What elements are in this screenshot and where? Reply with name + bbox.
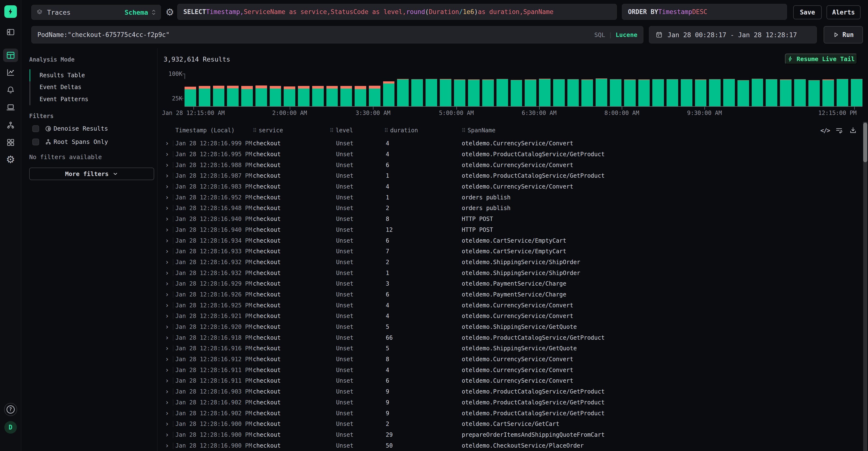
drag-grip-icon[interactable]: ⠿	[384, 128, 388, 134]
table-row[interactable]: ›Jan 28 12:28:16.900 PMcheckoutUnset50ot…	[157, 440, 861, 451]
save-button[interactable]: Save	[793, 5, 822, 19]
histogram-bar[interactable]	[270, 86, 281, 106]
select-clause-editor[interactable]: SELECT Timestamp, ServiceName as service…	[177, 4, 617, 20]
expand-row-chevron-icon[interactable]: ›	[165, 226, 171, 233]
table-row[interactable]: ›Jan 28 12:28:16.999 PMcheckoutUnset4ote…	[157, 138, 861, 149]
table-row[interactable]: ›Jan 28 12:28:16.902 PMcheckoutUnset9ote…	[157, 408, 861, 419]
expand-row-chevron-icon[interactable]: ›	[165, 377, 171, 384]
nav-dashboards-icon[interactable]	[6, 138, 15, 147]
histogram-bar[interactable]	[553, 79, 565, 106]
expand-row-chevron-icon[interactable]: ›	[165, 313, 171, 319]
table-row[interactable]: ›Jan 28 12:28:16.948 PMcheckoutUnset2ord…	[157, 203, 861, 214]
nav-alerts-bell-icon[interactable]	[6, 85, 15, 94]
expand-row-chevron-icon[interactable]: ›	[165, 172, 171, 179]
expand-row-chevron-icon[interactable]: ›	[165, 237, 171, 244]
app-logo[interactable]	[4, 5, 17, 18]
expand-row-chevron-icon[interactable]: ›	[165, 421, 171, 427]
expand-row-chevron-icon[interactable]: ›	[165, 205, 171, 212]
expand-row-chevron-icon[interactable]: ›	[165, 183, 171, 190]
time-range-picker[interactable]: Jan 28 00:28:17 - Jan 28 12:28:17	[649, 26, 817, 44]
histogram-bar[interactable]	[284, 86, 295, 106]
table-row[interactable]: ›Jan 28 12:28:16.940 PMcheckoutUnset12HT…	[157, 225, 861, 235]
histogram-bar[interactable]	[709, 79, 721, 106]
column-header-duration[interactable]: ⠿duration	[384, 127, 462, 134]
histogram-bar[interactable]	[354, 86, 366, 106]
histogram-bar[interactable]	[454, 79, 466, 106]
histogram-bar[interactable]	[610, 79, 621, 106]
histogram-bar[interactable]	[411, 79, 423, 106]
histogram-bar[interactable]	[440, 79, 452, 106]
histogram-bar[interactable]	[624, 79, 636, 106]
table-row[interactable]: ›Jan 28 12:28:16.925 PMcheckoutUnset4ote…	[157, 300, 861, 311]
table-row[interactable]: ›Jan 28 12:28:16.920 PMcheckoutUnset5ote…	[157, 321, 861, 333]
histogram-bar[interactable]	[185, 87, 196, 106]
expand-row-chevron-icon[interactable]: ›	[165, 431, 171, 438]
drag-grip-icon[interactable]: ⠿	[253, 128, 257, 134]
histogram-bar[interactable]	[808, 80, 820, 106]
expand-row-chevron-icon[interactable]: ›	[165, 248, 171, 255]
histogram-bar[interactable]	[666, 79, 678, 106]
column-header-spanname[interactable]: ⠿SpanName	[462, 127, 861, 134]
expand-row-chevron-icon[interactable]: ›	[165, 270, 171, 277]
histogram-bar[interactable]	[681, 79, 692, 106]
expand-row-chevron-icon[interactable]: ›	[165, 410, 171, 417]
histogram-bar[interactable]	[383, 81, 395, 106]
expand-row-chevron-icon[interactable]: ›	[165, 388, 171, 395]
histogram-bar[interactable]	[468, 79, 479, 106]
histogram-bar[interactable]	[397, 79, 409, 106]
table-row[interactable]: ›Jan 28 12:28:16.900 PMcheckoutUnset29pr…	[157, 429, 861, 441]
histogram-bar[interactable]	[298, 86, 310, 106]
histogram-bar[interactable]	[426, 79, 437, 106]
expand-row-chevron-icon[interactable]: ›	[165, 345, 171, 352]
table-row[interactable]: ›Jan 28 12:28:16.911 PMcheckoutUnset4ote…	[157, 365, 861, 375]
nav-settings-gear-icon[interactable]: ⚙	[6, 154, 15, 165]
lang-lucene-option[interactable]: Lucene	[616, 31, 638, 38]
nav-service-map-icon[interactable]	[6, 121, 15, 130]
alerts-button[interactable]: Alerts	[827, 5, 861, 19]
table-row[interactable]: ›Jan 28 12:28:16.952 PMcheckoutUnset1ord…	[157, 192, 861, 203]
scrollbar-track[interactable]	[863, 122, 867, 451]
table-row[interactable]: ›Jan 28 12:28:16.912 PMcheckoutUnset8ote…	[157, 354, 861, 365]
histogram-bar[interactable]	[581, 79, 593, 106]
column-header-timestamp[interactable]: Timestamp (Local)	[175, 127, 253, 134]
expand-row-chevron-icon[interactable]: ›	[165, 194, 171, 201]
table-row[interactable]: ›Jan 28 12:28:16.921 PMcheckoutUnset4ote…	[157, 311, 861, 321]
histogram-bar[interactable]	[312, 86, 324, 106]
expand-row-chevron-icon[interactable]: ›	[165, 356, 171, 363]
histogram-bar[interactable]	[199, 86, 210, 106]
search-input[interactable]: PodName:"checkout-675775c4cc-f2p9c" SQL …	[31, 26, 643, 44]
table-row[interactable]: ›Jan 28 12:28:16.987 PMcheckoutUnset1ote…	[157, 170, 861, 181]
histogram-bar[interactable]	[496, 79, 508, 106]
denoise-results-toggle[interactable]: Denoise Results	[32, 125, 108, 132]
expand-row-chevron-icon[interactable]: ›	[165, 334, 171, 341]
analysis-mode-event-patterns[interactable]: Event Patterns	[29, 93, 155, 105]
table-row[interactable]: ›Jan 28 12:28:16.926 PMcheckoutUnset6ote…	[157, 289, 861, 300]
help-icon[interactable]: ?	[4, 403, 17, 416]
column-header-level[interactable]: ⠿level	[330, 127, 384, 134]
column-header-service[interactable]: ⠿service	[253, 127, 330, 134]
table-row[interactable]: ›Jan 28 12:28:16.902 PMcheckoutUnset9ote…	[157, 397, 861, 408]
expand-row-chevron-icon[interactable]: ›	[165, 162, 171, 169]
histogram-bar[interactable]	[780, 79, 792, 106]
histogram-bar[interactable]	[596, 79, 607, 106]
more-filters-button[interactable]: More filters	[29, 168, 154, 180]
table-row[interactable]: ›Jan 28 12:28:16.932 PMcheckoutUnset1ote…	[157, 267, 861, 278]
table-row[interactable]: ›Jan 28 12:28:16.983 PMcheckoutUnset4ote…	[157, 181, 861, 192]
user-avatar[interactable]: D	[4, 421, 17, 433]
histogram-bar[interactable]	[738, 80, 749, 106]
expand-row-chevron-icon[interactable]: ›	[165, 442, 171, 449]
table-row[interactable]: ›Jan 28 12:28:16.995 PMcheckoutUnset4ote…	[157, 149, 861, 160]
analysis-mode-event-deltas[interactable]: Event Deltas	[29, 81, 155, 93]
histogram-bar[interactable]	[241, 86, 253, 106]
histogram-bar[interactable]	[511, 80, 522, 106]
histogram-bar[interactable]	[723, 79, 735, 106]
histogram-bar[interactable]	[794, 79, 806, 106]
source-settings-gear-icon[interactable]: ⚙	[165, 7, 174, 17]
expand-row-chevron-icon[interactable]: ›	[165, 259, 171, 265]
histogram-bar[interactable]	[340, 86, 352, 106]
drag-grip-icon[interactable]: ⠿	[462, 128, 466, 134]
table-row[interactable]: ›Jan 28 12:28:16.940 PMcheckoutUnset8HTT…	[157, 214, 861, 225]
table-row[interactable]: ›Jan 28 12:28:16.900 PMcheckoutUnset2ote…	[157, 419, 861, 429]
expand-row-chevron-icon[interactable]: ›	[165, 367, 171, 373]
histogram-bar[interactable]	[638, 79, 650, 106]
